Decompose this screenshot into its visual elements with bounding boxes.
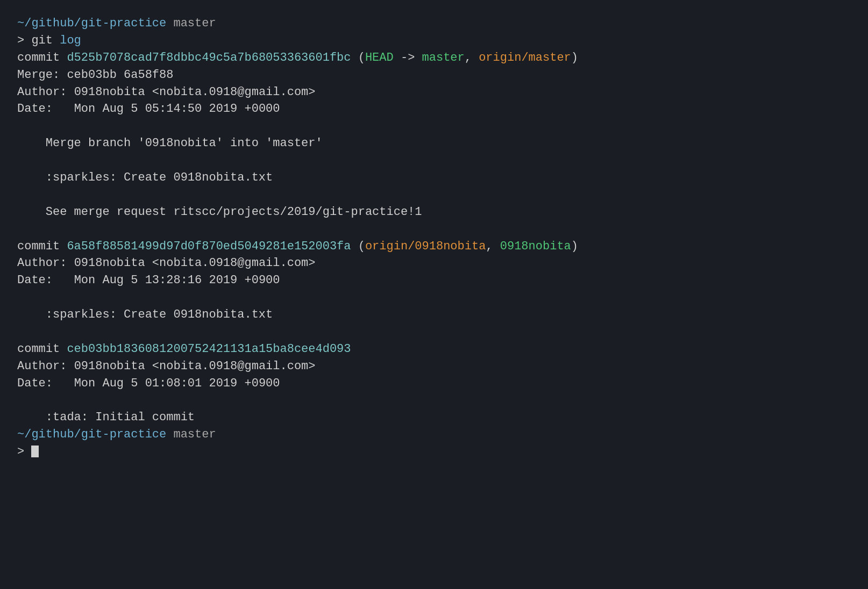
commit-3-line: commit ceb03bb1836081200752421131a15ba8c… — [17, 341, 851, 358]
final-prompt-symbol: > — [17, 445, 31, 458]
merge-label: Merge: — [17, 68, 67, 82]
date-line-1: Date: Mon Aug 5 05:14:50 2019 +0000 — [17, 100, 851, 118]
empty-2 — [17, 152, 851, 169]
log-command: log — [60, 34, 81, 47]
nobita-ref: 0918nobita — [500, 240, 571, 253]
branch-2: master — [166, 428, 216, 441]
commit-label-3: commit — [17, 342, 67, 356]
author-label-3: Author: — [17, 360, 74, 373]
terminal: ~/github/git-practice master > git log c… — [17, 15, 851, 461]
author-label-1: Author: — [17, 85, 74, 99]
refs-close-1: ) — [571, 51, 578, 64]
commit-label-2: commit — [17, 240, 67, 253]
commit-msg-1a: Merge branch '0918nobita' into 'master' — [17, 135, 851, 152]
path-1: ~/github/git-practice — [17, 17, 166, 30]
date-label-2: Date: — [17, 274, 74, 287]
commit-msg-1b: :sparkles: Create 0918nobita.txt — [17, 169, 851, 186]
origin-master-ref: origin/master — [479, 51, 571, 64]
empty-7 — [17, 392, 851, 410]
date-value-3: Mon Aug 5 01:08:01 2019 +0900 — [74, 377, 280, 390]
empty-4 — [17, 221, 851, 238]
author-value-2: 0918nobita <nobita.0918@gmail.com> — [74, 256, 316, 270]
author-line-3: Author: 0918nobita <nobita.0918@gmail.co… — [17, 358, 851, 375]
comma-2: , — [486, 240, 500, 253]
master-ref: master — [422, 51, 465, 64]
merge-hashes: ceb03bb 6a58f88 — [67, 68, 173, 82]
commit-msg-1c: See merge request ritscc/projects/2019/g… — [17, 204, 851, 221]
date-label-3: Date: — [17, 377, 74, 390]
prompt-line-2: ~/github/git-practice master — [17, 426, 851, 443]
author-label-2: Author: — [17, 256, 74, 270]
commit-2-line: commit 6a58f88581499d97d0f870ed5049281e1… — [17, 238, 851, 255]
date-line-2: Date: Mon Aug 5 13:28:16 2019 +0900 — [17, 272, 851, 289]
cursor — [31, 446, 39, 457]
commit-msg-3: :tada: Initial commit — [17, 409, 851, 426]
date-value-2: Mon Aug 5 13:28:16 2019 +0900 — [74, 274, 280, 287]
author-value-1: 0918nobita <nobita.0918@gmail.com> — [74, 85, 316, 99]
path-2: ~/github/git-practice — [17, 428, 166, 441]
prompt-line-1: ~/github/git-practice master > git log — [17, 15, 851, 49]
arrow-1: -> — [394, 51, 422, 64]
empty-1 — [17, 118, 851, 135]
date-value-1: Mon Aug 5 05:14:50 2019 +0000 — [74, 102, 280, 116]
head-label: HEAD — [365, 51, 394, 64]
git-word: git — [31, 34, 60, 47]
commit-hash-2: 6a58f88581499d97d0f870ed5049281e152003fa — [67, 240, 351, 253]
empty-6 — [17, 324, 851, 341]
author-line-1: Author: 0918nobita <nobita.0918@gmail.co… — [17, 84, 851, 101]
merge-line: Merge: ceb03bb 6a58f88 — [17, 67, 851, 84]
commit-hash-3: ceb03bb1836081200752421131a15ba8cee4d093 — [67, 342, 351, 356]
author-line-2: Author: 0918nobita <nobita.0918@gmail.co… — [17, 255, 851, 272]
prompt-symbol-1: > — [17, 34, 31, 47]
refs-open-2: ( — [351, 240, 365, 253]
refs-open-1: ( — [351, 51, 365, 64]
comma-1: , — [465, 51, 479, 64]
commit-msg-2: :sparkles: Create 0918nobita.txt — [17, 306, 851, 324]
final-prompt-line[interactable]: > — [17, 443, 851, 461]
commit-hash-1: d525b7078cad7f8dbbc49c5a7b68053363601fbc — [67, 51, 351, 64]
commit-1-line: commit d525b7078cad7f8dbbc49c5a7b6805336… — [17, 49, 851, 67]
empty-5 — [17, 289, 851, 306]
date-line-3: Date: Mon Aug 5 01:08:01 2019 +0900 — [17, 375, 851, 392]
refs-close-2: ) — [571, 240, 578, 253]
author-value-3: 0918nobita <nobita.0918@gmail.com> — [74, 360, 316, 373]
origin-nobita-ref: origin/0918nobita — [365, 240, 486, 253]
branch-1: master — [166, 17, 216, 30]
date-label-1: Date: — [17, 102, 74, 116]
commit-label-1: commit — [17, 51, 67, 64]
empty-3 — [17, 186, 851, 204]
